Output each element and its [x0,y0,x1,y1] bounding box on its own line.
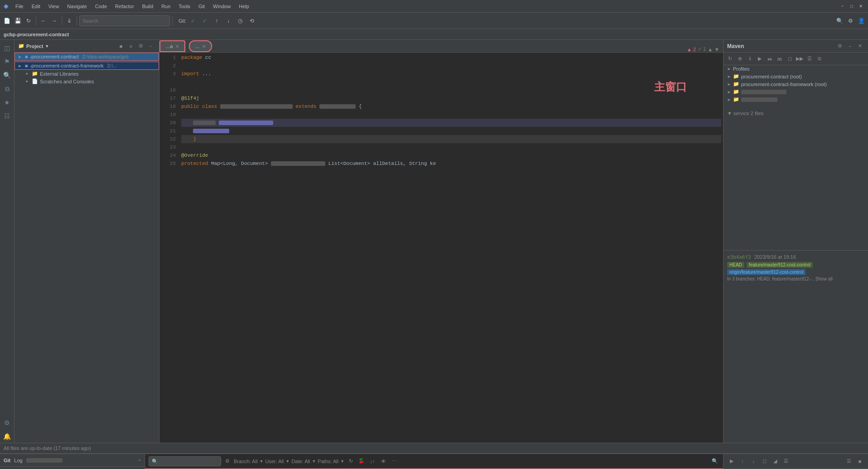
files-status: All files are up-to-date (17 minutes ago… [4,445,91,451]
notifications-icon[interactable]: 🔔 [1,430,14,443]
structure-icon[interactable]: ◫ [1,42,14,54]
maximize-button[interactable]: □ [848,3,855,10]
code-area[interactable]: 主窗口 1 2 3 16 17 18 19 20 21 22 23 24 25 … [159,53,723,443]
favorites-icon[interactable]: ★ [1,96,14,109]
maven-add-icon[interactable]: ⊕ [735,54,744,63]
maven-refresh-icon[interactable]: ↻ [725,54,734,63]
maven-item-4[interactable]: ► 📁 [723,96,868,103]
more-actions-icon[interactable]: ⋯ [390,457,399,466]
maven-blurred-3 [741,90,786,94]
git-right-collapse-icon[interactable]: ▶ [727,457,736,466]
branch-filter[interactable]: Branch: All [234,459,258,464]
eye-icon[interactable]: 👁 [379,457,388,466]
search-everywhere-btn[interactable]: 🔍 [834,15,844,27]
refresh-commits-icon[interactable]: ↻ [346,457,355,466]
project-tree-item-contract[interactable]: ▶ ■ -procurement-contract D:\idea-worksp… [14,53,159,61]
profile-btn[interactable]: 👤 [856,15,866,27]
vcs-icon[interactable]: ⧉ [1,82,14,95]
maven-framework-item[interactable]: ► 📁 procurement-contract-framework (root… [723,80,868,88]
git-right-down-icon[interactable]: ↓ [749,457,758,466]
menu-navigate[interactable]: Navigate [63,3,90,10]
date-chevron[interactable]: ▼ [312,459,316,464]
project-tree-item-libraries[interactable]: ► 📁 External Libraries [14,70,159,77]
user-filter[interactable]: User: All [265,459,284,464]
maven-download-icon[interactable]: ⇓ [745,54,754,63]
editor-tab-1[interactable]: ...a ✕ [159,40,185,52]
project-tree-item-framework[interactable]: ▶ ■ -procurement-contract-framework D:\.… [14,62,159,70]
git-filter-right-icon[interactable]: ◢ [771,457,780,466]
tab-close-2[interactable]: ✕ [202,44,206,49]
toolbar-file-btn[interactable]: 📄 [2,15,12,27]
git-diff-icon[interactable]: ◻ [760,457,769,466]
find-icon[interactable]: 🔍 [1,69,14,82]
paths-filter[interactable]: Paths: All [318,459,338,464]
menu-file[interactable]: File [12,3,27,10]
toolbar-save-btn[interactable]: 💾 [13,15,23,27]
git-right-expand-icon[interactable]: ■ [855,457,864,466]
collapse-icon[interactable]: ≡ [126,42,135,51]
editor-tab-2[interactable]: ... ✕ [189,40,212,52]
date-filter[interactable]: Date: All [291,459,310,464]
maven-minimize-icon[interactable]: − [845,42,854,51]
menu-window[interactable]: Window [209,3,234,10]
user-chevron[interactable]: ▼ [285,459,289,464]
menu-edit[interactable]: Edit [28,3,44,10]
toolbar-back-btn[interactable]: ← [39,15,48,27]
menu-build[interactable]: Build [139,3,157,10]
menu-refactor[interactable]: Refactor [111,3,138,10]
fetch-icon[interactable]: ↓↑ [368,457,377,466]
git-filter-icon[interactable]: ⚙ [223,457,232,466]
minimize-button[interactable]: − [839,3,846,10]
maven-skip-icon[interactable]: ⏭ [765,54,774,63]
git-fetch-btn[interactable]: ↓ [223,15,233,27]
search-commits-icon[interactable]: 🔍 [710,457,719,466]
menu-help[interactable]: Help [235,3,253,10]
paths-chevron[interactable]: ▼ [340,459,344,464]
maven-profiles-item[interactable]: ► Profiles [723,65,868,73]
maven-list-icon[interactable]: ⧉ [815,54,824,63]
maven-contract-item[interactable]: ► 📁 procurement-contract (root) [723,73,868,80]
settings-btn[interactable]: ⚙ [845,15,855,27]
maven-toggle-icon[interactable]: ◻ [785,54,794,63]
settings-icon[interactable]: ⚙ [1,416,14,429]
settings-gear-icon[interactable]: ⚙ [136,42,145,51]
git-check-btn[interactable]: ✓ [188,15,198,27]
maven-settings-icon[interactable]: ⚙ [835,42,844,51]
toolbar-forward-btn[interactable]: → [49,15,59,27]
git-group-icon[interactable]: ☰ [781,457,791,466]
git-search-input[interactable] [149,456,221,466]
bookmark-icon[interactable]: ⚑ [1,55,14,68]
menu-code[interactable]: Code [92,3,111,10]
search-input[interactable] [79,15,170,26]
git-pull-btn[interactable]: ↑ [212,15,222,27]
close-panel-icon[interactable]: − [146,42,155,51]
cherry-pick-icon[interactable]: 🍒 [357,457,366,466]
git-tab-label[interactable]: Git [4,458,10,463]
maven-run-icon[interactable]: ▶ [755,54,764,63]
maven-close-icon[interactable]: ✕ [855,42,864,51]
toolbar-git-update-btn[interactable]: ⇓ [64,15,74,27]
menu-run[interactable]: Run [158,3,174,10]
close-button[interactable]: ✕ [857,3,864,10]
git-right-settings-icon[interactable]: ☰ [844,457,854,466]
git-push-btn[interactable]: ✓ [200,15,210,27]
maven-item-3[interactable]: ► 📁 [723,88,868,96]
git-history-btn[interactable]: ◷ [235,15,245,27]
scope-icon[interactable]: ■ [116,42,125,51]
tab-close-1[interactable]: ✕ [175,44,179,49]
toolbar-sync-btn[interactable]: ↻ [24,15,34,27]
menu-view[interactable]: View [45,3,63,10]
maven-sort-icon[interactable]: ☰ [805,54,814,63]
git-right-up-icon[interactable]: ↑ [738,457,747,466]
chevron-down-icon[interactable]: ▼ [45,44,49,48]
plugins-icon[interactable]: ☷ [1,110,14,122]
maven-lifecycle-icon[interactable]: ▶▶ [795,54,804,63]
menu-tools[interactable]: Tools [175,3,194,10]
git-left-expand-icon[interactable]: − [138,458,141,463]
maven-m-icon[interactable]: m [775,54,784,63]
git-revert-btn[interactable]: ⟲ [247,15,257,27]
branch-chevron[interactable]: ▼ [260,459,264,464]
git-log-tab[interactable]: Log [14,458,22,463]
menu-git[interactable]: Git [195,3,208,10]
project-tree-item-scratches[interactable]: ► 📄 Scratches and Consoles [14,77,159,85]
